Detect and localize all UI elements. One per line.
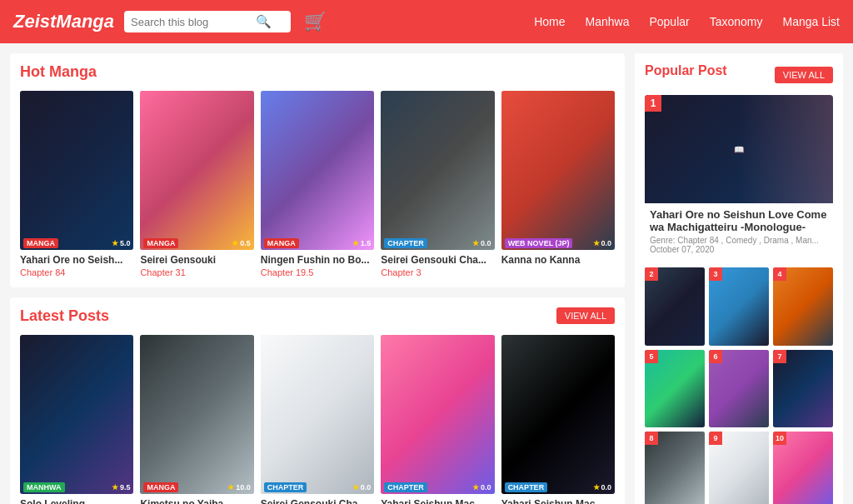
hot-manga-card-2[interactable]: MANGA ★1.5 Ningen Fushin no Bo... Chapte… (261, 91, 374, 277)
latest-card-4[interactable]: CHAPTER ★0.0 Yahari Seishun Mac... (501, 335, 615, 504)
hot-manga-rating-4: ★0.0 (593, 239, 612, 247)
popular-item-9[interactable]: 9 (709, 432, 769, 504)
hot-manga-title-0: Yahari Ore no Seish... (20, 254, 133, 266)
hot-manga-badge-2: MANGA ★1.5 (261, 237, 374, 250)
nav-home[interactable]: Home (534, 15, 565, 28)
latest-rating-4: ★0.0 (593, 483, 612, 492)
popular-item-rank-8: 8 (645, 432, 658, 445)
latest-type-0: MANHWA (23, 482, 65, 492)
latest-posts-section: Latest Posts VIEW ALL MANHWA ★9.5 Solo L… (10, 297, 625, 504)
sidebar: Popular Post VIEW ALL 1 📖 Yahari Ore no … (635, 53, 843, 504)
popular-item-3[interactable]: 3 (709, 267, 769, 346)
popular-item-image-2: 2 (645, 267, 705, 346)
hot-manga-thumb-0: MANGA ★5.0 (20, 91, 133, 250)
hot-manga-title-4: Kanna no Kanna (501, 254, 615, 266)
popular-item-image-5: 5 (645, 350, 705, 428)
latest-posts-header: Latest Posts VIEW ALL (20, 307, 615, 325)
site-logo[interactable]: ZeistManga (13, 11, 114, 32)
popular-items-grid: 2 3 4 5 6 (645, 267, 833, 504)
popular-featured-date: October 07, 2020 (650, 245, 828, 254)
latest-badge-0: MANHWA ★9.5 (20, 481, 133, 494)
nav-manga-list[interactable]: Manga List (783, 15, 840, 28)
search-input[interactable] (131, 16, 256, 28)
hot-manga-thumb-1: MANGA ★0.5 (140, 91, 253, 250)
hot-manga-title-1: Seirei Gensouki (140, 254, 253, 266)
popular-featured-title: Yahari Ore no Seishun Love Come wa Machi… (650, 208, 828, 233)
latest-type-2: CHAPTER (264, 482, 307, 492)
latest-card-1[interactable]: MANGA ★10.0 Kimetsu no Yaiba (140, 335, 253, 504)
latest-image-3 (381, 335, 494, 494)
latest-posts-title: Latest Posts (20, 307, 109, 325)
popular-item-5[interactable]: 5 (645, 350, 705, 428)
nav-manhwa[interactable]: Manhwa (586, 15, 630, 28)
hot-manga-chapter-1: Chapter 31 (140, 267, 253, 277)
popular-post-header: Popular Post VIEW ALL (645, 63, 833, 87)
hot-manga-chapter-3: Chapter 3 (381, 267, 494, 277)
hot-manga-header: Hot Manga (20, 63, 615, 81)
popular-featured-genre: Genre: Chapter 84 , Comedy , Drama , Man… (650, 236, 828, 245)
header: ZeistManga 🔍 🛒 Home Manhwa Popular Taxon… (0, 0, 853, 43)
search-bar: 🔍 (124, 11, 291, 32)
latest-view-all-button[interactable]: VIEW ALL (556, 307, 615, 324)
latest-card-2[interactable]: CHAPTER ★0.0 Seirei Gensouki Cha... (261, 335, 374, 504)
latest-badge-3: CHAPTER ★0.0 (381, 481, 494, 494)
hot-manga-card-1[interactable]: MANGA ★0.5 Seirei Gensouki Chapter 31 (140, 91, 253, 277)
popular-view-all-button[interactable]: VIEW ALL (775, 67, 833, 83)
latest-badge-4: CHAPTER ★0.0 (501, 481, 615, 494)
popular-item-rank-5: 5 (645, 350, 658, 363)
latest-title-0: Solo Leveling (20, 498, 133, 504)
search-button[interactable]: 🔍 (256, 14, 272, 29)
latest-posts-grid: MANHWA ★9.5 Solo Leveling MANGA ★10.0 Ki… (20, 335, 615, 504)
popular-item-rank-9: 9 (709, 432, 722, 445)
hot-manga-badge-0: MANGA ★5.0 (20, 237, 133, 250)
hot-manga-title: Hot Manga (20, 63, 97, 81)
popular-item-10[interactable]: 10 (773, 432, 833, 504)
hot-manga-image-2 (261, 91, 374, 250)
hot-manga-card-0[interactable]: MANGA ★5.0 Yahari Ore no Seish... Chapte… (20, 91, 133, 277)
popular-item-4[interactable]: 4 (773, 267, 833, 346)
latest-title-2: Seirei Gensouki Cha... (261, 498, 374, 504)
hot-manga-card-3[interactable]: CHAPTER ★0.0 Seirei Gensouki Cha... Chap… (381, 91, 494, 277)
hot-manga-image-1 (140, 91, 253, 250)
hot-manga-image-3 (381, 91, 494, 250)
cart-icon[interactable]: 🛒 (304, 11, 327, 32)
nav-taxonomy[interactable]: Taxonomy (710, 15, 763, 28)
latest-badge-2: CHAPTER ★0.0 (261, 481, 374, 494)
popular-item-image-10: 10 (773, 432, 833, 504)
latest-title-1: Kimetsu no Yaiba (140, 498, 253, 504)
hot-manga-chapter-0: Chapter 84 (20, 267, 133, 277)
popular-item-rank-4: 4 (773, 267, 786, 281)
popular-item-7[interactable]: 7 (773, 350, 833, 428)
latest-type-4: CHAPTER (505, 482, 548, 492)
latest-card-3[interactable]: CHAPTER ★0.0 Yahari Seishun Mac... (381, 335, 494, 504)
nav-popular[interactable]: Popular (649, 15, 689, 28)
popular-item-8[interactable]: 8 (645, 432, 705, 504)
latest-thumb-4: CHAPTER ★0.0 (501, 335, 615, 494)
content-area: Hot Manga MANGA ★5.0 Yahari Ore no Seish… (10, 53, 625, 504)
popular-post-section: Popular Post VIEW ALL 1 📖 Yahari Ore no … (635, 53, 843, 504)
hot-manga-type-2: MANGA (264, 238, 299, 248)
popular-item-2[interactable]: 2 (645, 267, 705, 346)
latest-rating-3: ★0.0 (472, 483, 491, 492)
latest-image-1 (140, 335, 253, 494)
popular-item-rank-6: 6 (709, 350, 722, 363)
hot-manga-type-3: CHAPTER (384, 238, 427, 248)
popular-featured[interactable]: 1 📖 Yahari Ore no Seishun Love Come wa M… (645, 95, 833, 259)
hot-manga-image-4 (501, 91, 615, 250)
hot-manga-card-4[interactable]: WEB NOVEL (JP) ★0.0 Kanna no Kanna (501, 91, 615, 277)
latest-thumb-2: CHAPTER ★0.0 (261, 335, 374, 494)
popular-item-6[interactable]: 6 (709, 350, 769, 428)
popular-item-rank-2: 2 (645, 267, 658, 281)
hot-manga-title-2: Ningen Fushin no Bo... (261, 254, 374, 266)
latest-image-2 (261, 335, 374, 494)
popular-item-rank-3: 3 (709, 267, 722, 281)
hot-manga-title-3: Seirei Gensouki Cha... (381, 254, 494, 266)
latest-card-0[interactable]: MANHWA ★9.5 Solo Leveling (20, 335, 133, 504)
popular-featured-image: 1 📖 (645, 95, 833, 203)
latest-image-4 (501, 335, 615, 494)
popular-item-image-3: 3 (709, 267, 769, 346)
popular-item-image-4: 4 (773, 267, 833, 346)
hot-manga-type-4: WEB NOVEL (JP) (505, 238, 573, 248)
hot-manga-thumb-2: MANGA ★1.5 (261, 91, 374, 250)
popular-item-rank-10: 10 (773, 432, 786, 445)
